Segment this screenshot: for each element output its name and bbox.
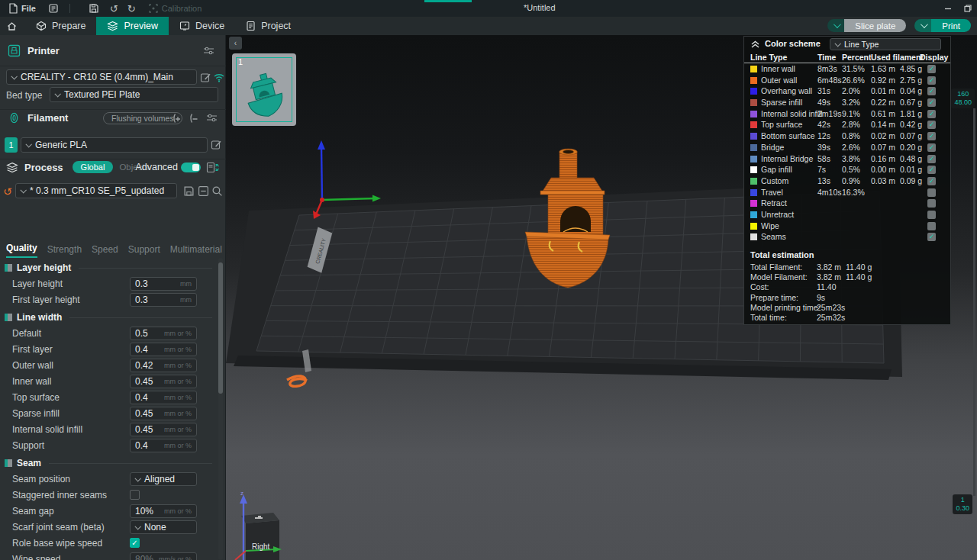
process-category-tabs: QualityStrengthSpeedSupportMultimaterial… xyxy=(0,240,226,258)
print-dropdown-button[interactable] xyxy=(914,19,931,32)
filament-settings-icon[interactable] xyxy=(206,113,218,123)
filament-section-header: Filament Flushing volumes xyxy=(0,111,225,124)
tab-device[interactable]: Device xyxy=(169,17,235,35)
line-type-row: Outer wall6m48s26.6%0.92 m2.75 g✓ xyxy=(744,75,950,86)
display-checkbox[interactable] xyxy=(927,211,936,219)
process-tab-multimaterial[interactable]: Multimaterial xyxy=(170,244,222,258)
setting-input[interactable]: 0.45mm or % xyxy=(130,375,197,388)
add-filament-icon[interactable] xyxy=(172,113,184,124)
redo-button[interactable]: ↻ xyxy=(127,4,136,14)
setting-input[interactable]: 0.4mm or % xyxy=(130,439,197,452)
line-type-row: Overhang wall31s2.0%0.01 m0.04 g✓ xyxy=(744,85,950,97)
display-checkbox[interactable]: ✓ xyxy=(927,65,936,73)
advanced-toggle[interactable] xyxy=(181,163,201,172)
layer-slider-bottom-badge[interactable]: 1 0.30 xyxy=(953,494,972,514)
process-tab-quality[interactable]: Quality xyxy=(6,243,37,258)
setting-input[interactable]: 0.45mm or % xyxy=(130,407,197,420)
file-menu[interactable]: File xyxy=(8,3,36,14)
setting-input[interactable]: 0.3mm xyxy=(130,293,197,307)
undo-button[interactable]: ↺ xyxy=(110,4,118,14)
display-checkbox[interactable]: ✓ xyxy=(927,166,936,174)
color-scheme-select[interactable]: Line Type xyxy=(830,38,941,50)
layer-slider-top-badge[interactable]: 160 48.00 xyxy=(951,89,975,108)
setting-unit: mm/s or % xyxy=(159,555,192,560)
printer-preset-select[interactable]: CREALITY - CR10 SE (0.4mm)_Main xyxy=(6,69,197,85)
filament-index-badge[interactable]: 1 xyxy=(5,137,18,153)
setting-select[interactable]: Aligned xyxy=(130,472,197,486)
setting-label: Inner wall xyxy=(12,376,51,387)
display-checkbox[interactable]: ✓ xyxy=(927,121,936,129)
tab-prepare-label: Prepare xyxy=(52,21,85,31)
search-icon[interactable] xyxy=(211,185,223,197)
slice-plate-button[interactable]: Slice plate xyxy=(827,19,906,32)
display-checkbox[interactable] xyxy=(927,199,936,208)
process-tab-speed[interactable]: Speed xyxy=(92,244,118,258)
setting-input[interactable]: 10%mm or % xyxy=(130,504,197,518)
display-checkbox[interactable]: ✓ xyxy=(927,155,936,163)
edit-printer-icon[interactable] xyxy=(200,72,211,83)
setting-row: Sparse infill0.45mm or % xyxy=(0,405,218,421)
plate-thumbnail[interactable]: 1 xyxy=(232,53,296,126)
process-tab-support[interactable]: Support xyxy=(128,244,160,258)
reset-preset-icon[interactable]: ↺ xyxy=(3,186,12,197)
save-preset-icon[interactable] xyxy=(183,185,195,197)
setting-input[interactable]: 0.4mm or % xyxy=(130,391,197,404)
display-checkbox[interactable] xyxy=(927,188,936,197)
tab-project[interactable]: Project xyxy=(235,17,301,35)
recent-files-button[interactable] xyxy=(48,3,59,14)
setting-input[interactable]: 0.4mm or % xyxy=(130,343,197,356)
minimize-button[interactable] xyxy=(943,4,953,13)
setting-value: 0.3 xyxy=(135,278,148,289)
sidebar-scrollbar[interactable] xyxy=(218,258,223,560)
display-checkbox[interactable]: ✓ xyxy=(927,98,936,107)
tab-prepare[interactable]: Prepare xyxy=(25,17,96,35)
edit-filament-icon[interactable] xyxy=(211,139,222,150)
layers-icon xyxy=(107,21,118,31)
remove-filament-icon[interactable] xyxy=(189,113,201,124)
line-type-label: Internal Bridge xyxy=(761,154,813,163)
home-button[interactable] xyxy=(6,21,18,32)
setting-input[interactable]: 80%mm/s or % xyxy=(130,552,197,560)
setting-input[interactable]: 0.5mm or % xyxy=(130,327,197,340)
flushing-volumes-button[interactable]: Flushing volumes xyxy=(103,112,182,124)
display-checkbox[interactable]: ✓ xyxy=(927,233,936,241)
wifi-icon[interactable] xyxy=(213,72,225,82)
weight-value: 0.04 g xyxy=(900,86,922,95)
restore-button[interactable] xyxy=(963,4,972,13)
tab-preview[interactable]: Preview xyxy=(96,17,168,35)
print-button[interactable]: Print xyxy=(914,19,971,32)
display-checkbox[interactable]: ✓ xyxy=(927,143,936,152)
display-checkbox[interactable]: ✓ xyxy=(927,177,936,185)
scrollbar-thumb[interactable] xyxy=(218,262,223,394)
save-button[interactable] xyxy=(89,3,99,14)
process-preset-select[interactable]: * 0.3 mm_CR10 SE_P5_updated xyxy=(15,183,177,198)
delete-preset-icon[interactable] xyxy=(198,185,209,197)
line-type-label: Unretract xyxy=(761,210,794,219)
line-type-row: Sparse infill49s3.2%0.22 m0.67 g✓ xyxy=(744,97,950,108)
setting-input[interactable]: 0.45mm or % xyxy=(130,423,197,436)
filament-preset-select[interactable]: Generic PLA xyxy=(21,137,208,153)
weight-value: 0.48 g xyxy=(900,154,922,163)
printer-settings-icon[interactable] xyxy=(203,46,214,56)
collapse-panel-icon[interactable] xyxy=(750,40,760,49)
slice-dropdown-button[interactable] xyxy=(827,19,844,32)
process-global-tab[interactable]: Global xyxy=(73,161,114,173)
setting-checkbox[interactable] xyxy=(130,490,140,500)
bed-type-select[interactable]: Textured PEI Plate xyxy=(50,87,218,102)
display-checkbox[interactable]: ✓ xyxy=(927,132,936,140)
calibration-button[interactable]: Calibration xyxy=(148,3,202,14)
process-tab-strength[interactable]: Strength xyxy=(47,244,82,258)
display-checkbox[interactable] xyxy=(927,222,936,230)
settings-group-header: Line width xyxy=(0,310,218,325)
display-checkbox[interactable]: ✓ xyxy=(927,76,936,85)
collapse-sidebar-button[interactable]: ‹ xyxy=(229,37,242,50)
display-checkbox[interactable]: ✓ xyxy=(927,87,936,95)
layer-slider-track[interactable] xyxy=(973,108,975,496)
setting-input[interactable]: 0.3mm xyxy=(130,277,197,291)
setting-checkbox[interactable]: ✓ xyxy=(130,538,140,548)
setting-select[interactable]: None xyxy=(130,520,197,534)
setting-input[interactable]: 0.42mm or % xyxy=(130,359,197,372)
color-swatch xyxy=(750,200,757,207)
display-checkbox[interactable]: ✓ xyxy=(927,110,936,118)
compare-presets-icon[interactable] xyxy=(206,162,219,173)
